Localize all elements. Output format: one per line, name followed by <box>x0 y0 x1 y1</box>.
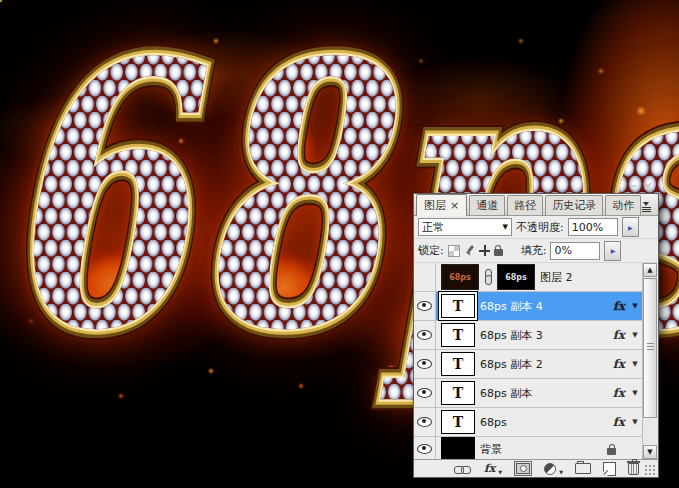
layer-style-expand-arrow[interactable]: ▼ <box>628 321 642 349</box>
visibility-toggle[interactable] <box>414 263 436 291</box>
visibility-toggle[interactable] <box>414 350 436 378</box>
layer-style-fx-icon[interactable]: fx <box>613 386 628 400</box>
eye-icon <box>417 417 432 427</box>
eye-icon <box>417 444 432 454</box>
minimize-button[interactable]: – <box>631 180 637 192</box>
text-layer-thumbnail[interactable]: T <box>441 410 475 434</box>
link-layers-icon[interactable] <box>454 465 472 473</box>
layer-style-menu-caret: ▼ <box>498 469 502 477</box>
text-layer-thumbnail[interactable]: T <box>441 323 475 347</box>
lock-position-icon[interactable] <box>479 245 490 256</box>
tab-layers-label: 图层 <box>424 199 446 212</box>
opacity-slider-button[interactable]: ▶ <box>622 217 639 237</box>
delete-layer-icon[interactable] <box>628 463 639 475</box>
panel-resize-grip[interactable] <box>644 464 655 475</box>
lock-all-icon[interactable] <box>494 249 503 256</box>
layer-name: 68ps 副本 <box>480 386 532 401</box>
photoshop-canvas: 68ps 68ps 68ps 68ps 68ps – × 图层× 通道 路径 历… <box>0 0 679 488</box>
visibility-toggle[interactable] <box>414 437 436 459</box>
visibility-toggle[interactable] <box>414 321 436 349</box>
panel-titlebar[interactable]: – × <box>413 182 659 193</box>
new-group-icon[interactable] <box>575 463 591 474</box>
layer-style-fx-icon[interactable]: fx <box>613 415 628 429</box>
opacity-input[interactable]: 100% <box>568 218 618 236</box>
visibility-toggle[interactable] <box>414 379 436 407</box>
tab-channels[interactable]: 通道 <box>469 195 505 215</box>
close-button[interactable]: × <box>643 180 653 192</box>
layer-row-content[interactable]: T 68ps 副本 3 fx <box>436 321 628 349</box>
layer-row-68ps-copy2[interactable]: T 68ps 副本 2 fx ▼ <box>414 350 642 379</box>
layer-name: 68ps 副本 4 <box>480 299 543 314</box>
tab-layers[interactable]: 图层× <box>416 194 467 216</box>
fill-input[interactable]: 0% <box>550 242 600 260</box>
layer-row-content[interactable]: T 68ps 副本 2 fx <box>436 350 628 378</box>
blend-mode-select[interactable]: 正常 ▼ <box>418 218 512 236</box>
layer-name: 背景 <box>480 442 502 457</box>
panel-tabs: 图层× 通道 路径 历史记录 动作 <box>414 194 658 216</box>
layer-style-fx-icon[interactable]: fx <box>613 328 628 342</box>
panel-menu-icon[interactable] <box>636 200 656 214</box>
layer-row-68ps-copy3[interactable]: T 68ps 副本 3 fx ▼ <box>414 321 642 350</box>
blend-mode-row: 正常 ▼ 不透明度: 100% ▶ <box>414 216 658 239</box>
text-layer-thumbnail[interactable]: T <box>441 294 475 318</box>
layer-row-68ps-copy4[interactable]: T 68ps 副本 4 fx ▼ <box>414 292 642 321</box>
visibility-toggle[interactable] <box>414 292 436 320</box>
panel-body: 图层× 通道 路径 历史记录 动作 正常 ▼ 不透明度: 100% ▶ <box>413 193 659 478</box>
layer-list: 68ps 68ps 图层 2 T 68ps 副本 4 fx <box>414 263 658 460</box>
tab-history[interactable]: 历史记录 <box>545 195 603 215</box>
layer-row-content[interactable]: T 68ps 副本 fx <box>436 379 628 407</box>
scrollbar-thumb[interactable] <box>643 278 657 418</box>
layer-style-expand-arrow[interactable]: ▼ <box>628 408 642 436</box>
lock-transparency-icon[interactable] <box>448 245 460 257</box>
scrollbar-grip <box>647 343 654 352</box>
add-layer-mask-button[interactable] <box>514 461 532 476</box>
panel-bottom-bar: fx▼ ▼ <box>414 460 658 477</box>
lock-paint-icon[interactable] <box>464 245 475 257</box>
layer-row-layer2[interactable]: 68ps 68ps 图层 2 <box>414 263 642 292</box>
eye-icon <box>417 330 432 340</box>
layer-thumbnail[interactable]: 68ps <box>441 264 479 290</box>
text-layer-thumbnail[interactable]: T <box>441 381 475 405</box>
visibility-toggle[interactable] <box>414 408 436 436</box>
layer-name: 68ps 副本 3 <box>480 328 543 343</box>
layer-mask-icon <box>516 463 530 474</box>
layer-rows: 68ps 68ps 图层 2 T 68ps 副本 4 fx <box>414 263 642 459</box>
layer-row-content[interactable]: 68ps 68ps 图层 2 <box>436 263 642 291</box>
panel-menu-lines <box>642 207 651 212</box>
eye-icon <box>417 301 432 311</box>
tab-close-icon[interactable]: × <box>450 199 459 212</box>
layer-style-expand-arrow[interactable]: ▼ <box>628 379 642 407</box>
layer-name: 图层 2 <box>540 270 573 285</box>
scroll-up-button[interactable]: ▲ <box>643 263 657 277</box>
layers-scrollbar[interactable]: ▲ ▼ <box>642 263 658 459</box>
lock-row: 锁定: 填充: 0% ▶ <box>414 239 658 263</box>
new-layer-icon[interactable] <box>603 462 616 476</box>
chevron-down-icon: ▼ <box>503 223 508 231</box>
layer-row-content[interactable]: T 68ps fx <box>436 408 628 436</box>
background-layer-thumbnail[interactable] <box>441 437 475 459</box>
layer-row-68ps-copy[interactable]: T 68ps 副本 fx ▼ <box>414 379 642 408</box>
new-adjustment-layer-icon[interactable] <box>544 463 556 475</box>
scroll-down-button[interactable]: ▼ <box>643 445 657 459</box>
opacity-label: 不透明度: <box>516 220 564 235</box>
layer-style-expand-arrow[interactable]: ▼ <box>628 292 642 320</box>
eye-icon <box>417 359 432 369</box>
add-layer-style-icon[interactable]: fx <box>484 462 495 475</box>
layer-mask-thumbnail[interactable]: 68ps <box>497 264 535 290</box>
mask-link-icon[interactable] <box>484 269 492 285</box>
layer-name: 68ps 副本 2 <box>480 357 543 372</box>
text-layer-thumbnail[interactable]: T <box>441 352 475 376</box>
layer-row-68ps[interactable]: T 68ps fx ▼ <box>414 408 642 437</box>
layer-name: 68ps <box>480 416 507 429</box>
layer-row-background[interactable]: 背景 <box>414 437 642 459</box>
blend-mode-value: 正常 <box>422 220 444 235</box>
tab-paths[interactable]: 路径 <box>507 195 543 215</box>
layer-style-fx-icon[interactable]: fx <box>613 357 628 371</box>
layer-style-fx-icon[interactable]: fx <box>613 299 628 313</box>
lock-label: 锁定: <box>418 243 444 258</box>
eye-icon <box>417 388 432 398</box>
layer-row-content[interactable]: 背景 <box>436 437 642 459</box>
layer-style-expand-arrow[interactable]: ▼ <box>628 350 642 378</box>
fill-slider-button[interactable]: ▶ <box>604 241 621 261</box>
layer-row-content[interactable]: T 68ps 副本 4 fx <box>436 292 628 320</box>
